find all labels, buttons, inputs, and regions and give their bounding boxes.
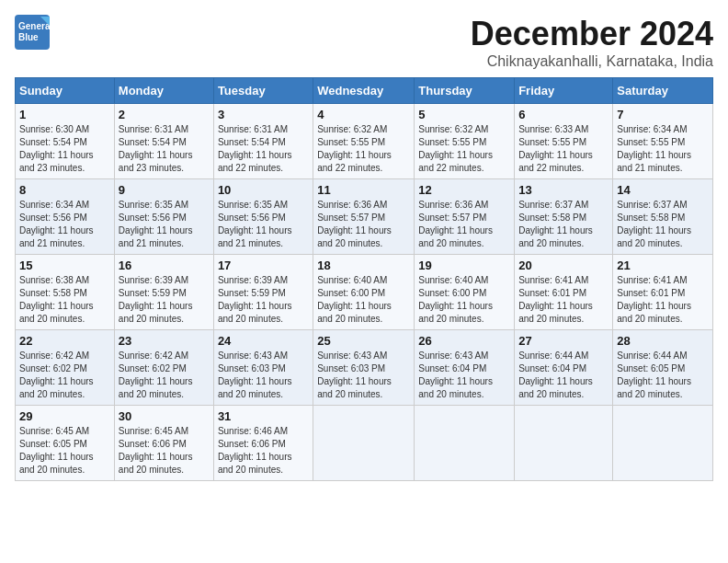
day-number: 25 (317, 334, 410, 348)
day-number: 7 (617, 108, 709, 121)
calendar-cell: 10Sunrise: 6:35 AM Sunset: 5:56 PM Dayli… (213, 179, 313, 255)
day-number: 27 (518, 334, 609, 348)
calendar-cell (313, 406, 415, 481)
day-info: Sunrise: 6:41 AM Sunset: 6:01 PM Dayligh… (617, 274, 709, 326)
day-number: 6 (518, 108, 609, 121)
day-number: 24 (218, 334, 309, 348)
day-info: Sunrise: 6:46 AM Sunset: 6:06 PM Dayligh… (218, 425, 309, 477)
day-info: Sunrise: 6:35 AM Sunset: 5:56 PM Dayligh… (218, 199, 309, 250)
day-header-saturday: Saturday (613, 78, 713, 104)
calendar-cell: 24Sunrise: 6:43 AM Sunset: 6:03 PM Dayli… (213, 330, 313, 406)
calendar-cell: 30Sunrise: 6:45 AM Sunset: 6:06 PM Dayli… (114, 406, 213, 481)
day-info: Sunrise: 6:40 AM Sunset: 6:00 PM Dayligh… (418, 274, 510, 326)
day-info: Sunrise: 6:33 AM Sunset: 5:55 PM Dayligh… (518, 123, 609, 175)
page-header: General Blue December 2024 Chiknayakanha… (15, 15, 713, 70)
day-number: 11 (317, 183, 410, 197)
calendar-cell: 12Sunrise: 6:36 AM Sunset: 5:57 PM Dayli… (415, 179, 515, 255)
day-info: Sunrise: 6:45 AM Sunset: 6:05 PM Dayligh… (19, 425, 110, 477)
calendar-cell: 3Sunrise: 6:31 AM Sunset: 5:54 PM Daylig… (213, 104, 313, 179)
calendar-cell: 18Sunrise: 6:40 AM Sunset: 6:00 PM Dayli… (313, 255, 415, 330)
day-number: 12 (418, 183, 510, 197)
logo: General Blue (15, 15, 51, 50)
calendar-cell: 5Sunrise: 6:32 AM Sunset: 5:55 PM Daylig… (415, 104, 515, 179)
day-number: 20 (518, 259, 609, 272)
day-info: Sunrise: 6:38 AM Sunset: 5:58 PM Dayligh… (19, 274, 110, 326)
day-number: 31 (218, 409, 309, 423)
calendar-cell (415, 406, 515, 481)
title-block: December 2024 Chiknayakanhalli, Karnatak… (471, 15, 713, 70)
day-info: Sunrise: 6:43 AM Sunset: 6:03 PM Dayligh… (317, 350, 410, 401)
day-info: Sunrise: 6:36 AM Sunset: 5:57 PM Dayligh… (317, 199, 410, 250)
calendar-cell: 31Sunrise: 6:46 AM Sunset: 6:06 PM Dayli… (213, 406, 313, 481)
day-info: Sunrise: 6:35 AM Sunset: 5:56 PM Dayligh… (119, 199, 210, 250)
day-info: Sunrise: 6:42 AM Sunset: 6:02 PM Dayligh… (19, 350, 110, 401)
day-number: 17 (218, 259, 309, 272)
day-number: 13 (518, 183, 609, 197)
day-info: Sunrise: 6:39 AM Sunset: 5:59 PM Dayligh… (119, 274, 210, 326)
day-number: 19 (418, 259, 510, 272)
day-info: Sunrise: 6:44 AM Sunset: 6:04 PM Dayligh… (518, 350, 609, 401)
svg-text:Blue: Blue (18, 32, 39, 42)
day-number: 16 (119, 259, 210, 272)
day-number: 3 (218, 108, 309, 121)
calendar-cell: 17Sunrise: 6:39 AM Sunset: 5:59 PM Dayli… (213, 255, 313, 330)
calendar-cell: 19Sunrise: 6:40 AM Sunset: 6:00 PM Dayli… (415, 255, 515, 330)
day-number: 9 (119, 183, 210, 197)
calendar-cell (613, 406, 713, 481)
calendar-table: SundayMondayTuesdayWednesdayThursdayFrid… (15, 77, 713, 481)
calendar-header-row: SundayMondayTuesdayWednesdayThursdayFrid… (16, 78, 713, 104)
calendar-cell: 9Sunrise: 6:35 AM Sunset: 5:56 PM Daylig… (114, 179, 213, 255)
calendar-cell: 28Sunrise: 6:44 AM Sunset: 6:05 PM Dayli… (613, 330, 713, 406)
day-header-thursday: Thursday (415, 78, 515, 104)
day-info: Sunrise: 6:40 AM Sunset: 6:00 PM Dayligh… (317, 274, 410, 326)
day-info: Sunrise: 6:34 AM Sunset: 5:56 PM Dayligh… (19, 199, 110, 250)
calendar-week-1: 1Sunrise: 6:30 AM Sunset: 5:54 PM Daylig… (16, 104, 713, 179)
day-info: Sunrise: 6:43 AM Sunset: 6:04 PM Dayligh… (418, 350, 510, 401)
day-number: 29 (19, 409, 110, 423)
calendar-cell: 23Sunrise: 6:42 AM Sunset: 6:02 PM Dayli… (114, 330, 213, 406)
day-number: 23 (119, 334, 210, 348)
calendar-cell: 7Sunrise: 6:34 AM Sunset: 5:55 PM Daylig… (613, 104, 713, 179)
day-info: Sunrise: 6:45 AM Sunset: 6:06 PM Dayligh… (119, 425, 210, 477)
day-number: 22 (19, 334, 110, 348)
logo-icon: General Blue (15, 15, 51, 50)
day-info: Sunrise: 6:42 AM Sunset: 6:02 PM Dayligh… (119, 350, 210, 401)
calendar-cell: 26Sunrise: 6:43 AM Sunset: 6:04 PM Dayli… (415, 330, 515, 406)
calendar-cell: 8Sunrise: 6:34 AM Sunset: 5:56 PM Daylig… (16, 179, 115, 255)
day-number: 8 (19, 183, 110, 197)
day-number: 18 (317, 259, 410, 272)
month-title: December 2024 (471, 15, 713, 53)
day-number: 21 (617, 259, 709, 272)
calendar-cell: 2Sunrise: 6:31 AM Sunset: 5:54 PM Daylig… (114, 104, 213, 179)
day-header-wednesday: Wednesday (313, 78, 415, 104)
day-header-friday: Friday (515, 78, 613, 104)
day-number: 4 (317, 108, 410, 121)
calendar-cell: 21Sunrise: 6:41 AM Sunset: 6:01 PM Dayli… (613, 255, 713, 330)
calendar-cell: 29Sunrise: 6:45 AM Sunset: 6:05 PM Dayli… (16, 406, 115, 481)
calendar-week-5: 29Sunrise: 6:45 AM Sunset: 6:05 PM Dayli… (16, 406, 713, 481)
day-header-sunday: Sunday (16, 78, 115, 104)
calendar-week-4: 22Sunrise: 6:42 AM Sunset: 6:02 PM Dayli… (16, 330, 713, 406)
calendar-cell: 1Sunrise: 6:30 AM Sunset: 5:54 PM Daylig… (16, 104, 115, 179)
calendar-cell: 27Sunrise: 6:44 AM Sunset: 6:04 PM Dayli… (515, 330, 613, 406)
day-number: 14 (617, 183, 709, 197)
day-number: 15 (19, 259, 110, 272)
day-info: Sunrise: 6:44 AM Sunset: 6:05 PM Dayligh… (617, 350, 709, 401)
day-number: 5 (418, 108, 510, 121)
day-header-tuesday: Tuesday (213, 78, 313, 104)
day-number: 28 (617, 334, 709, 348)
calendar-cell: 16Sunrise: 6:39 AM Sunset: 5:59 PM Dayli… (114, 255, 213, 330)
calendar-cell (515, 406, 613, 481)
day-info: Sunrise: 6:39 AM Sunset: 5:59 PM Dayligh… (218, 274, 309, 326)
calendar-cell: 11Sunrise: 6:36 AM Sunset: 5:57 PM Dayli… (313, 179, 415, 255)
calendar-cell: 22Sunrise: 6:42 AM Sunset: 6:02 PM Dayli… (16, 330, 115, 406)
svg-text:General: General (18, 21, 51, 31)
day-info: Sunrise: 6:37 AM Sunset: 5:58 PM Dayligh… (617, 199, 709, 250)
day-number: 26 (418, 334, 510, 348)
calendar-cell: 6Sunrise: 6:33 AM Sunset: 5:55 PM Daylig… (515, 104, 613, 179)
day-info: Sunrise: 6:34 AM Sunset: 5:55 PM Dayligh… (617, 123, 709, 175)
day-info: Sunrise: 6:31 AM Sunset: 5:54 PM Dayligh… (218, 123, 309, 175)
day-info: Sunrise: 6:30 AM Sunset: 5:54 PM Dayligh… (19, 123, 110, 175)
day-number: 10 (218, 183, 309, 197)
calendar-week-3: 15Sunrise: 6:38 AM Sunset: 5:58 PM Dayli… (16, 255, 713, 330)
